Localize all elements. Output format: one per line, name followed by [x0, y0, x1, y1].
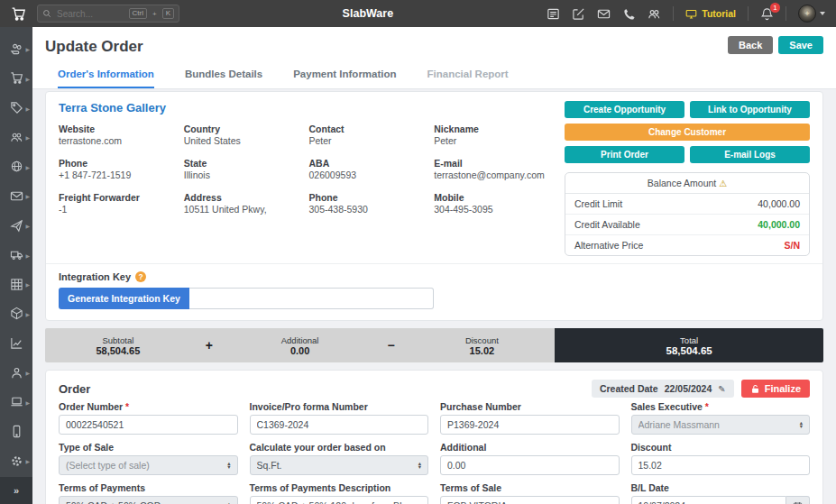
phone-icon[interactable] [622, 7, 636, 21]
calendar-button[interactable] [786, 496, 810, 504]
select-arrows-icon: ▴▾ [227, 462, 230, 470]
sidebar-item-inventory[interactable]: ▶ [0, 270, 32, 299]
back-button[interactable]: Back [728, 36, 773, 54]
tab-orders-information[interactable]: Order's Information [58, 69, 154, 88]
terms-of-payments-description-input[interactable] [250, 496, 429, 504]
tab-bar: Order's Information Bundles Details Paym… [45, 69, 823, 88]
grid-icon [10, 278, 23, 291]
tab-bundles-details[interactable]: Bundles Details [185, 69, 262, 88]
calendar-icon [793, 501, 803, 504]
terms-of-payments-select[interactable]: 50% CAD + 50% COD▴▾ [59, 496, 238, 504]
sidebar-item-sales[interactable]: ▶ [0, 34, 32, 64]
create-opportunity-button[interactable]: Create Opportunity [565, 101, 684, 118]
sidebar-item-send[interactable]: ▶ [0, 211, 32, 241]
users-icon[interactable] [648, 7, 661, 21]
cart-icon [10, 71, 23, 85]
sidebar-collapse-button[interactable]: » [0, 477, 32, 504]
sales-executive-select[interactable]: Adriane Massmann▴▾ [631, 415, 811, 435]
divider [748, 6, 749, 21]
link-to-opportunity-button[interactable]: Link to Opportunity [690, 101, 810, 118]
tutorial-button[interactable]: Tutorial [685, 8, 736, 20]
avatar: ✦ [798, 5, 816, 23]
integration-key-label: Integration Key [59, 271, 131, 282]
shortcut-plus: + [152, 10, 157, 18]
invoice-proforma-input[interactable] [250, 415, 429, 435]
field-type-of-sale: Type of Sale (Select type of sale)▴▾ [59, 442, 238, 475]
print-order-button[interactable]: Print Order [565, 146, 684, 163]
sidebar-item-orders[interactable]: ▶ [0, 64, 32, 94]
finalize-button[interactable]: Finalize [741, 380, 810, 398]
warning-icon: ⚠ [719, 179, 727, 188]
sidebar-item-shipping[interactable]: ▶ [0, 240, 32, 270]
customer-field-address: Address10511 United Pkwy, [184, 192, 300, 215]
integration-key-section: Integration Key? Generate Integration Ke… [46, 263, 822, 320]
customer-field-email: E-mailterrastone@company.com [434, 158, 550, 180]
additional-total: Additional0.00 [227, 335, 373, 356]
integration-key-input[interactable] [189, 288, 434, 309]
page-header: Update Order Back Save Order's Informati… [32, 27, 836, 89]
sidebar-item-settings[interactable]: ▶ [0, 446, 32, 476]
edit-date-icon[interactable]: ✎ [718, 384, 725, 394]
search-bar[interactable]: Ctrl + K [37, 5, 179, 23]
caret-down-icon [820, 12, 825, 15]
purchase-number-input[interactable] [440, 415, 620, 435]
sidebar-item-web[interactable]: ▶ [0, 388, 32, 417]
sidebar-item-mail[interactable]: ▶ [0, 181, 32, 211]
additional-input[interactable] [440, 455, 620, 475]
sidebar-item-products[interactable]: ▶ [0, 299, 32, 329]
field-bl-date: B/L Date [631, 482, 811, 504]
envelope-icon [10, 189, 23, 203]
envelope-icon[interactable] [597, 7, 611, 21]
order-card: Order Created Date 22/05/2024 ✎ Finalize… [45, 370, 823, 504]
top-navbar: Ctrl + K SlabWare Tutorial 1 [0, 0, 836, 27]
monitor-icon [685, 8, 697, 20]
change-customer-button[interactable]: Change Customer [565, 124, 810, 141]
created-date-value: 22/05/2024 [665, 383, 712, 394]
chart-line-icon [10, 336, 23, 350]
calculate-based-on-select[interactable]: Sq.Ft.▴▾ [250, 455, 429, 475]
type-of-sale-select[interactable]: (Select type of sale)▴▾ [59, 455, 238, 475]
plus-operator: + [191, 338, 227, 353]
sidebar-item-reports[interactable] [0, 328, 32, 358]
created-date-pill: Created Date 22/05/2024 ✎ [592, 380, 734, 398]
terms-of-sale-input[interactable] [440, 496, 620, 504]
tab-financial-report[interactable]: Financial Report [427, 69, 509, 88]
sidebar-item-tags[interactable]: ▶ [0, 93, 32, 123]
globe-icon [10, 160, 23, 173]
customer-field-contact: ContactPeter [309, 124, 426, 146]
select-arrows-icon: ▴▾ [800, 421, 803, 429]
form-icon[interactable] [547, 7, 560, 21]
balance-row-credit-available: Credit Available40,000.00 [565, 215, 809, 235]
sidebar-item-mobile[interactable] [0, 417, 32, 446]
shortcut-ctrl: Ctrl [129, 8, 147, 19]
customer-field-aba: ABA026009593 [309, 158, 426, 180]
discount-input[interactable] [631, 455, 811, 475]
tab-payment-information[interactable]: Payment Information [293, 69, 396, 88]
email-logs-button[interactable]: E-mail Logs [690, 146, 810, 163]
customer-name[interactable]: Terra Stone Gallery [59, 101, 550, 115]
customer-field-phone2: Phone305-438-5930 [309, 192, 426, 215]
generate-integration-key-button[interactable]: Generate Integration Key [59, 288, 189, 309]
balance-row-credit-limit: Credit Limit40,000.00 [565, 194, 809, 215]
account-menu[interactable]: ✦ [798, 5, 825, 23]
minus-operator: − [373, 338, 409, 353]
sidebar-item-globe[interactable]: ▶ [0, 152, 32, 182]
bl-date-input[interactable] [631, 496, 787, 504]
search-input[interactable] [57, 9, 124, 19]
mobile-icon [10, 425, 23, 438]
notifications-button[interactable]: 1 [760, 7, 774, 21]
save-button[interactable]: Save [778, 36, 823, 54]
divider [673, 6, 674, 21]
compose-icon[interactable] [572, 7, 585, 21]
order-number-input[interactable] [59, 415, 238, 435]
select-arrows-icon: ▴▾ [418, 462, 421, 470]
hand-coins-icon [10, 42, 23, 56]
cart-logo-icon[interactable] [11, 6, 26, 22]
help-icon[interactable]: ? [135, 271, 146, 282]
main-content: Update Order Back Save Order's Informati… [32, 27, 836, 504]
field-discount: Discount [631, 442, 811, 475]
customer-card: Terra Stone Gallery Websiteterrastone.co… [45, 91, 823, 321]
sidebar-item-customers[interactable]: ▶ [0, 123, 32, 152]
sidebar-item-users[interactable]: ▶ [0, 358, 32, 388]
field-terms-of-payments-description: Terms of Payments Description [250, 482, 429, 504]
